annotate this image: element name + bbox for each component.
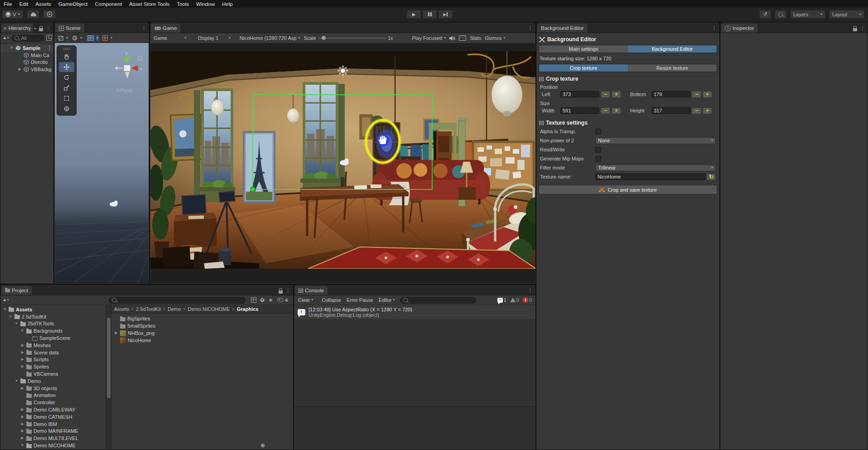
project-file-item[interactable]: BigSprites (111, 315, 293, 322)
project-tree-item[interactable]: ▼Assets (1, 306, 106, 313)
tab-hierarchy[interactable]: ≡ Hierarchy (1, 24, 33, 33)
height-increment-button[interactable]: + (703, 107, 712, 114)
pause-button[interactable] (423, 10, 437, 19)
project-tree-item[interactable]: ▶Scripts (1, 356, 106, 363)
rotate-tool-button[interactable] (59, 73, 74, 82)
kebab-menu-icon[interactable]: ⋮ (528, 288, 533, 294)
account-dropdown[interactable]: V ▾ (2, 10, 23, 19)
transform-tool-button[interactable] (59, 104, 74, 114)
project-file-item[interactable]: SmallSprites (111, 322, 293, 329)
project-tree-item[interactable]: ▶Demo CABLEWAY (1, 406, 106, 413)
height-field[interactable]: 317 (651, 107, 690, 114)
kebab-menu-icon[interactable]: ⋮ (141, 25, 146, 31)
height-decrement-button[interactable]: − (692, 107, 701, 114)
left-increment-button[interactable]: + (612, 91, 621, 98)
snap-toggle[interactable] (101, 34, 110, 42)
rect-tool-button[interactable] (59, 93, 74, 103)
console-log-entry[interactable]: ! [12:03:48] Use AspectRatio (X = 1280 Y… (294, 305, 535, 320)
info-count-toggle[interactable]: !1 (497, 297, 506, 303)
project-tree-item[interactable]: Animation (1, 392, 106, 399)
readwrite-checkbox[interactable] (595, 147, 601, 153)
background-editor-tab[interactable]: Background Editor (628, 45, 717, 53)
project-file-item[interactable]: ▶NHBox_png (111, 329, 293, 337)
input-debug-button[interactable] (457, 34, 468, 42)
stats-button[interactable]: Stats (468, 34, 483, 42)
pin-icon[interactable]: ▸ (34, 27, 36, 30)
project-tree-item[interactable]: ▶Demo IBM (1, 421, 106, 428)
editor-dropdown[interactable]: Editor▾ (376, 296, 397, 304)
filter-mode-dropdown[interactable]: Trilinear▾ (595, 165, 716, 171)
menu-item[interactable]: GameObject (55, 1, 92, 7)
texture-name-field[interactable]: NicoHome (595, 174, 705, 180)
scrollbar-thumb[interactable] (107, 318, 111, 398)
kebab-menu-icon[interactable]: ⋮ (860, 25, 865, 31)
kebab-menu-icon[interactable]: ⋮ (712, 25, 717, 31)
game-display-mode-dropdown[interactable]: Game▾ (152, 34, 188, 42)
warning-count-toggle[interactable]: 0 (510, 297, 519, 303)
undo-history-button[interactable]: ↺ (759, 10, 771, 19)
menu-item[interactable]: Edit (16, 1, 32, 7)
error-count-toggle[interactable]: !0 (523, 297, 532, 303)
hierarchy-scene-row[interactable]: ▼Sample ⋮ (0, 44, 53, 52)
main-settings-tab[interactable]: Main settings (539, 45, 628, 53)
hand-tool-button[interactable] (59, 52, 74, 62)
width-increment-button[interactable]: + (612, 107, 621, 114)
tab-inspector[interactable]: i Inspector (721, 24, 757, 33)
hierarchy-item[interactable]: Main Ca (0, 52, 53, 59)
menu-item[interactable]: Asset Store Tools (125, 1, 173, 7)
scene-viewport[interactable]: y x < Persp (55, 43, 149, 283)
kebab-menu-icon[interactable]: ⋮ (285, 288, 290, 294)
npot-dropdown[interactable]: None▾ (595, 137, 716, 144)
breadcrumb-item[interactable]: Demo (168, 306, 181, 312)
clear-button[interactable]: Clear▾ (296, 296, 315, 304)
menu-item[interactable]: Assets (32, 1, 55, 7)
breadcrumb-item[interactable]: Assets (114, 306, 129, 312)
left-decrement-button[interactable]: − (601, 91, 610, 98)
kebab-menu-icon[interactable]: ⋮ (47, 45, 53, 51)
breadcrumb-item[interactable]: Demo NICOHOME (188, 306, 230, 312)
create-asset-button[interactable]: +▾ (2, 296, 10, 304)
step-button[interactable]: ▶ (439, 10, 453, 19)
game-viewport[interactable] (150, 43, 535, 283)
play-focus-dropdown[interactable]: Play Focused▾ (410, 34, 448, 42)
gizmos-dropdown[interactable]: Gizmos▾ (483, 34, 507, 42)
project-search-input[interactable] (109, 297, 246, 304)
play-button[interactable]: ▶ (407, 10, 421, 19)
bottom-field[interactable]: 179 (651, 91, 690, 97)
menu-item[interactable]: Component (91, 1, 125, 7)
cloud-button[interactable] (27, 10, 39, 19)
mute-audio-button[interactable] (448, 35, 457, 42)
refresh-button[interactable]: ↻ (707, 174, 716, 180)
icon-size-slider-knob[interactable] (261, 444, 265, 447)
scene-visibility-icon[interactable] (46, 35, 52, 41)
project-tree-item[interactable]: Controller (1, 399, 106, 406)
collapse-button[interactable]: Collapse (319, 296, 343, 304)
hierarchy-item[interactable]: Directio (0, 59, 53, 66)
project-tree-item[interactable]: ▼Backgrounds (1, 327, 106, 334)
search-by-type-icon[interactable] (251, 297, 256, 303)
left-field[interactable]: 373 (560, 91, 599, 97)
kebab-menu-icon[interactable]: ⋮ (46, 25, 51, 31)
scale-slider-knob[interactable] (322, 36, 326, 40)
error-pause-button[interactable]: Error Pause (344, 296, 376, 304)
tab-background-editor[interactable]: Background Editor (537, 24, 588, 33)
alpha-checkbox[interactable] (595, 129, 601, 135)
handle-space-toggle[interactable] (70, 34, 79, 42)
console-search-input[interactable] (400, 297, 476, 304)
bottom-decrement-button[interactable]: − (692, 91, 701, 98)
scale-slider[interactable] (318, 38, 386, 39)
project-tree-item[interactable]: VBCamera (1, 370, 106, 377)
breadcrumb-item[interactable]: Graphics (237, 306, 259, 312)
add-gameobject-button[interactable]: +▾ (2, 34, 10, 42)
plastic-scm-button[interactable] (43, 10, 56, 19)
project-tree-item[interactable]: ▶Meshes (1, 342, 106, 349)
breadcrumb-item[interactable]: 2.5dToolKit (136, 306, 160, 312)
tab-game[interactable]: Game (151, 24, 180, 33)
resize-texture-tab[interactable]: Resize texture (628, 64, 717, 72)
lock-icon[interactable] (39, 28, 43, 31)
menu-item[interactable]: Tools (173, 1, 193, 7)
bottom-increment-button[interactable]: + (703, 91, 712, 98)
width-field[interactable]: 591 (560, 107, 599, 114)
project-tree-item[interactable]: ▼25dTKTools (1, 320, 106, 328)
project-tree-item[interactable]: ▼Demo NICOHOME (1, 442, 106, 449)
